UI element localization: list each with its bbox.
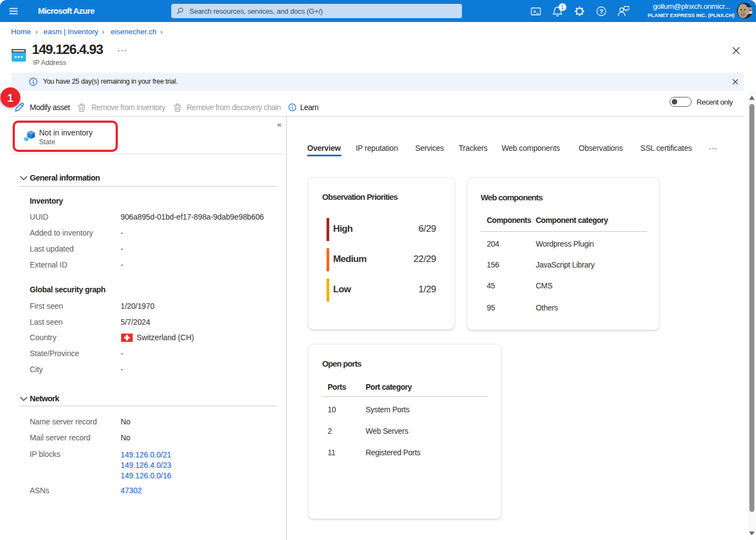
svg-text:?: ? <box>599 8 603 15</box>
svg-text:1: 1 <box>7 91 14 104</box>
svg-text:1: 1 <box>561 4 564 10</box>
